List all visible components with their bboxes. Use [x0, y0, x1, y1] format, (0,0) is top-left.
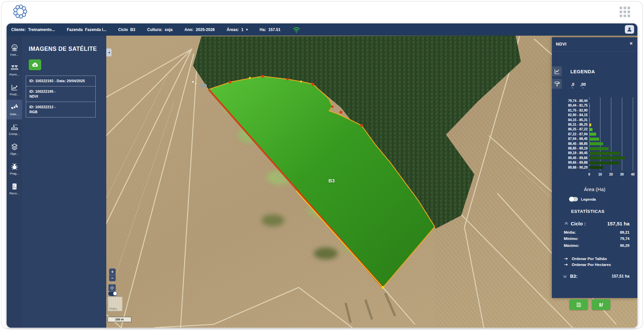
- svg-text:P: P: [13, 187, 14, 189]
- minimap[interactable]: Mapa: [108, 297, 122, 311]
- histogram-tool-button[interactable]: [552, 66, 562, 76]
- histogram-range-label: 82,90 - 84,15: [552, 113, 588, 117]
- stat-label: Média:: [564, 230, 576, 234]
- sidebar-item-label: Fert...: [10, 53, 18, 56]
- histogram-bar: [589, 161, 619, 164]
- npk-doc-icon: NPK: [11, 182, 18, 190]
- download-images-button[interactable]: [29, 59, 41, 70]
- sidebar-item-perm[interactable]: Perm...: [7, 60, 22, 80]
- legend-toggle-label: Legenda: [581, 197, 596, 201]
- arrow-right-icon: [564, 256, 568, 261]
- header-field-value: B3: [130, 27, 135, 32]
- zoom-in-button[interactable]: +: [109, 269, 116, 275]
- histogram-bar: [589, 118, 590, 121]
- sidebar-item-comp[interactable]: Comp...: [7, 119, 22, 139]
- header-field-0[interactable]: Cliente:Treinamento...: [11, 27, 55, 32]
- histogram-bar: [589, 142, 603, 145]
- histogram-range-label: 85,31 - 86,25: [552, 122, 588, 127]
- cloud-download-icon: [32, 61, 39, 68]
- sidebar-item-álge[interactable]: Álge...: [7, 139, 22, 159]
- histogram-bar: [589, 100, 590, 103]
- histogram-range-label: 89,66 - 89,88: [552, 160, 588, 165]
- sidebar-item-prod[interactable]: Prod...: [7, 80, 22, 100]
- paint-roller-tool-button[interactable]: [552, 79, 562, 89]
- map-pan-control[interactable]: [108, 284, 116, 291]
- header-field-2[interactable]: CicloB3: [118, 27, 135, 32]
- x-axis-tick: 10: [596, 173, 604, 176]
- legend-histogram: 79,74 - 80,4480,44 - 81,7581,75 - 82,908…: [552, 99, 637, 181]
- stat-label: Ciclo :: [571, 221, 586, 226]
- histogram-bar: [589, 123, 591, 126]
- histogram-range-label: 89,45 - 89,66: [552, 156, 588, 160]
- ndvi-panel: NDVI ✕ LEGENDA ,0←,00→ 79,74 - 80,4480,4…: [552, 37, 637, 298]
- histogram-range-label: 81,75 - 82,90: [552, 108, 588, 113]
- stat-label: Máximo:: [564, 244, 579, 248]
- layers-icon: [11, 143, 18, 151]
- header-field-label: Cliente:: [11, 27, 26, 32]
- header-field-label: Ha:: [260, 27, 266, 32]
- field-stats-row[interactable]: B3:157,51 ha: [562, 274, 629, 279]
- compaction-icon: [11, 123, 18, 131]
- stat-row-mdia: Média:89,21: [564, 230, 629, 234]
- ndvi-panel-header: NDVI ✕: [552, 37, 637, 51]
- header-field-3[interactable]: Cultura:soja: [147, 27, 173, 32]
- header-field-value: 1: [241, 27, 244, 32]
- histogram-range-label: 84,15 - 85,31: [552, 118, 588, 122]
- sort-link-label: Ordenar Por Hectares: [572, 263, 611, 267]
- arrow-right-icon: [564, 262, 568, 267]
- scale-label: 200 m: [115, 318, 124, 321]
- histogram-range-label: 86,25 - 87,22: [552, 127, 588, 132]
- legend-toggle[interactable]: [569, 197, 578, 201]
- grid-line: [622, 97, 622, 171]
- library-button[interactable]: [592, 299, 610, 310]
- close-icon[interactable]: ✕: [629, 41, 633, 46]
- sidebar-item-reco[interactable]: NPKReco...: [7, 179, 22, 199]
- header-field-value: soja: [165, 27, 173, 32]
- map-layer-toggle[interactable]: [108, 291, 118, 296]
- header-field-1[interactable]: FazendaFazenda I...: [67, 27, 106, 32]
- header-field-6: Ha:157.51: [260, 27, 281, 32]
- zoom-out-button[interactable]: −: [109, 275, 116, 281]
- histogram-bar: [589, 104, 590, 107]
- sidebar-item-label: Prag...: [10, 172, 19, 175]
- image-item-line1: ID: 100222212 -: [29, 105, 92, 110]
- app-card: B3 Cliente:Treinamento...FazendaFazenda …: [7, 23, 637, 328]
- sort-link-0[interactable]: Ordenar Por Talhão: [564, 256, 607, 261]
- grid-line: [611, 97, 611, 171]
- histogram-range-label: 79,74 - 80,44: [552, 99, 588, 103]
- header-field-4[interactable]: Ano:2025-2026: [185, 27, 215, 32]
- header-field-5[interactable]: Áreas:1▾: [227, 27, 248, 32]
- paint-roller-icon: [554, 81, 560, 87]
- header-field-value: Fazenda I...: [85, 27, 106, 32]
- stat-row-ciclo[interactable]: Ciclo :157,51 ha: [564, 221, 629, 226]
- grid-line: [600, 97, 600, 171]
- app-header-bar: Cliente:Treinamento...FazendaFazenda I..…: [7, 23, 637, 36]
- decimal-precision-button-2[interactable]: ,00→: [580, 83, 586, 89]
- sidebar-item-prag[interactable]: Prag...: [7, 159, 22, 179]
- sidebar-item-label: Álge...: [10, 152, 19, 155]
- statistics-title: ESTATÍSTICAS: [571, 209, 605, 214]
- user-avatar-button[interactable]: [625, 25, 634, 34]
- sort-link-1[interactable]: Ordenar Por Hectares: [564, 262, 611, 267]
- field-row-value: 157,51 ha: [612, 274, 629, 279]
- area-axis-label: Área (Ha): [552, 186, 637, 192]
- double-chevron-down-icon: [562, 274, 567, 279]
- histogram-bar: [589, 138, 599, 141]
- x-axis-tick: 0: [586, 173, 593, 176]
- satellite-image-item-0[interactable]: ID: 100222192 - Data: 20/04/2025: [26, 76, 96, 86]
- stat-value: 89,21: [620, 230, 629, 234]
- sort-link-label: Ordenar Por Talhão: [572, 257, 607, 261]
- panel-collapse-button[interactable]: ◄: [106, 49, 112, 56]
- histogram-bar: [589, 133, 596, 136]
- satellite-image-item-1[interactable]: ID: 100222195 -NDVI: [26, 86, 96, 102]
- histogram-bar: [589, 152, 620, 155]
- sidebar-item-sate[interactable]: Sate...: [7, 100, 22, 119]
- decimal-precision-button-1[interactable]: ,0←: [571, 83, 574, 89]
- satellite-image-item-2[interactable]: ID: 100222212 -RGB: [26, 102, 96, 117]
- apps-grid-icon[interactable]: [620, 7, 631, 18]
- save-button[interactable]: [569, 299, 588, 310]
- stat-value: 79,74: [620, 237, 629, 241]
- histogram-range-label: 89,88 - 90,29: [552, 165, 588, 170]
- sidebar-item-fert[interactable]: Fert...: [7, 40, 22, 60]
- sidebar-item-label: Comp...: [9, 132, 20, 136]
